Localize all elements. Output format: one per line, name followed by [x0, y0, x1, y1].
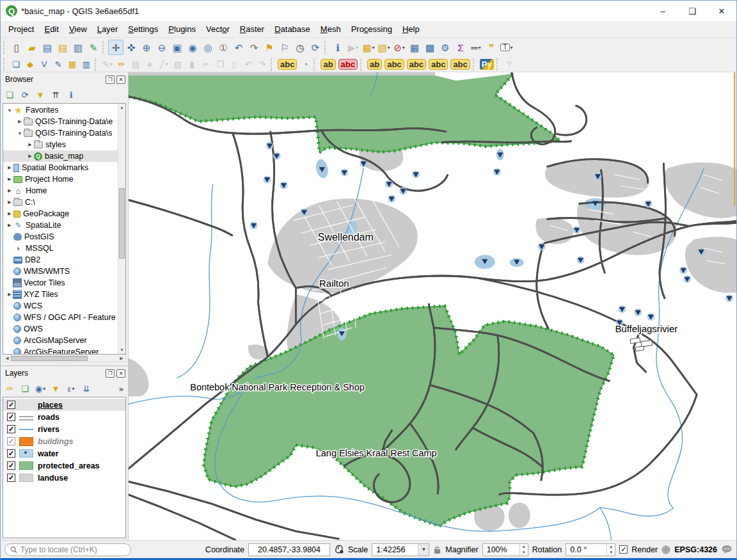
paste-features-icon[interactable]: ▯▾ [227, 58, 241, 71]
browser-tree-item[interactable]: ▼ QGIS-Training-Data\s [3, 127, 118, 139]
open-project-icon[interactable]: ▰▾ [24, 40, 40, 55]
scroll-up-icon[interactable]: ▲ [118, 104, 125, 111]
browser-tree-item[interactable]: ArcGisFeatureServer [3, 346, 118, 354]
browser-tree-item[interactable]: WCS [3, 300, 118, 312]
expander-icon[interactable]: ▶ [6, 211, 13, 216]
pan-map-icon[interactable]: ✛▾ [108, 40, 123, 55]
menu-item[interactable]: Edit [39, 22, 63, 36]
layer-item[interactable]: ✓ water [3, 447, 125, 460]
toolbar-handle[interactable] [3, 58, 8, 71]
save-project-icon[interactable]: ▤▾ [40, 40, 55, 55]
add-group-icon[interactable]: ❏▾ [18, 381, 32, 396]
layer-item[interactable]: ✓ buildings [3, 435, 125, 447]
toolbar-handle[interactable] [360, 58, 365, 71]
browser-tree-item[interactable]: ▼ Favorites [3, 104, 118, 116]
layer-visibility-checkbox[interactable]: ✓ [7, 401, 15, 409]
undo-icon[interactable]: ↶▾ [241, 58, 255, 71]
menu-item[interactable]: Project [3, 22, 39, 36]
text-annotation-icon[interactable]: T▾ [499, 40, 514, 55]
manage-map-themes-icon[interactable]: ◉▾ [33, 381, 47, 396]
show-hide-labels-icon[interactable]: abc▾ [383, 58, 405, 71]
toolbar-handle[interactable] [324, 41, 329, 54]
zoom-full-icon[interactable]: ▣▾ [170, 40, 185, 55]
refresh-icon[interactable]: ⟳▾ [308, 40, 323, 55]
change-label-icon[interactable]: abc▾ [449, 58, 471, 71]
coordinate-input[interactable]: 20.4857,-33.9804 [248, 543, 330, 556]
toolbar-handle[interactable] [95, 58, 99, 71]
minimize-button[interactable]: – [648, 1, 678, 21]
close-button[interactable]: ✕ [707, 1, 736, 21]
filter-legend-icon[interactable]: ▼▾ [49, 381, 63, 396]
crs-status[interactable]: EPSG:4326 [674, 545, 717, 554]
processing-toolbox-icon[interactable]: ⚙▾ [438, 40, 453, 55]
browser-vertical-scrollbar[interactable]: ▲ ▼ [118, 104, 125, 354]
toolbar-handle[interactable] [496, 58, 501, 71]
toggle-pin-labels-icon[interactable]: ab▾ [366, 58, 383, 71]
add-selected-layers-icon[interactable]: ❏▾ [3, 88, 17, 102]
layer-diagram-icon[interactable]: ◔▾ [298, 58, 312, 71]
pan-to-selection-icon[interactable]: ✜▾ [123, 40, 139, 55]
measure-icon[interactable]: ═▾ [468, 40, 484, 55]
new-shapefile-layer-icon[interactable]: V▾ [37, 58, 51, 71]
new-geopackage-layer-icon[interactable]: ◆▾ [23, 58, 37, 71]
scroll-right-icon[interactable]: ▶ [118, 356, 125, 361]
expander-icon[interactable]: ▶ [6, 292, 13, 297]
toolbar-handle[interactable] [271, 58, 275, 71]
combo-arrow-icon[interactable]: ▼ [418, 544, 429, 556]
browser-tree-item[interactable]: ▶ GeoPackage [3, 208, 118, 220]
vertex-tool-icon[interactable]: ╱▾ [157, 58, 171, 71]
add-feature-icon[interactable]: ∗▾ [143, 58, 157, 71]
layer-visibility-checkbox[interactable]: ✓ [7, 461, 15, 470]
new-temporary-scratch-layer-icon[interactable]: ▦▾ [65, 58, 79, 71]
locator-box[interactable] [4, 543, 131, 556]
new-spatialite-layer-icon[interactable]: ✎▾ [51, 58, 65, 71]
browser-tree-item[interactable]: WFS / OGC API - Feature [3, 312, 118, 323]
layer-visibility-checkbox[interactable]: ✓ [7, 449, 15, 458]
run-feature-action-icon[interactable]: ▶▾ [345, 40, 361, 55]
collapse-all-icon[interactable]: ⇈▾ [49, 88, 63, 102]
float-panel-icon[interactable]: ❐ [106, 369, 115, 378]
field-calculator-icon[interactable]: ▩▾ [422, 40, 438, 55]
browser-tree-item[interactable]: OWS [3, 323, 118, 335]
browser-tree-item[interactable]: ▶ styles [3, 139, 118, 150]
float-panel-icon[interactable]: ❐ [106, 76, 115, 84]
layer-visibility-checkbox[interactable]: ✓ [7, 413, 15, 421]
spin-arrows-icon[interactable]: ▲▼ [519, 544, 528, 556]
modify-attributes-icon[interactable]: ▨▾ [171, 58, 185, 71]
expander-icon[interactable]: ▼ [6, 108, 13, 113]
browser-tree-item[interactable]: ▶ QGIS-Training-Data\e [3, 116, 118, 127]
redo-icon[interactable]: ↷▾ [255, 58, 269, 71]
browser-tree-item[interactable]: DB2 [3, 254, 118, 266]
menu-item[interactable]: Plugins [163, 22, 201, 36]
expander-icon[interactable]: ▶ [6, 188, 13, 193]
lock-scale-icon[interactable] [433, 545, 441, 554]
map-tips-icon[interactable]: ❞▾ [484, 40, 499, 55]
menu-item[interactable]: Settings [123, 22, 163, 36]
zoom-to-layer-icon[interactable]: ◎▾ [200, 40, 216, 55]
select-features-icon[interactable]: ▦▾ [361, 40, 376, 55]
save-project-as-icon[interactable]: ▤▾ [55, 40, 70, 55]
new-print-layout-icon[interactable]: ▥▾ [70, 40, 86, 55]
copy-features-icon[interactable]: ❐▾ [213, 58, 227, 71]
layer-item[interactable]: ✓ rivers [3, 423, 125, 435]
show-layout-manager-icon[interactable]: ✎▾ [86, 40, 101, 55]
browser-tree-item[interactable]: ▶ Home [3, 185, 118, 196]
toolbar-handle[interactable] [313, 58, 318, 71]
browser-tree-item[interactable]: ▶ Project Home [3, 173, 118, 185]
deselect-features-icon[interactable]: ⊘▾ [392, 40, 407, 55]
select-by-expression-icon[interactable]: ▧▾ [376, 40, 392, 55]
scroll-down-icon[interactable]: ▼ [118, 346, 125, 354]
toggle-editing-icon[interactable]: ✏▾ [115, 58, 129, 71]
rotation-spinbox[interactable]: 0.0 ° ▲▼ [566, 543, 615, 556]
menu-item[interactable]: Processing [346, 22, 397, 36]
browser-tree-item[interactable]: Vector Tiles [3, 277, 118, 289]
temporal-controller-icon[interactable]: ◷▾ [292, 40, 308, 55]
maximize-button[interactable]: ❑ [678, 1, 707, 21]
show-bookmarks-icon[interactable]: ⚐▾ [277, 40, 292, 55]
cut-features-icon[interactable]: ✂▾ [199, 58, 213, 71]
delete-selected-icon[interactable]: ▮▾ [185, 58, 199, 71]
menu-item[interactable]: Mesh [315, 22, 346, 36]
properties-widget-icon[interactable]: ℹ▾ [64, 88, 78, 102]
expander-icon[interactable]: ▶ [6, 223, 13, 228]
menu-item[interactable]: Database [269, 22, 315, 36]
